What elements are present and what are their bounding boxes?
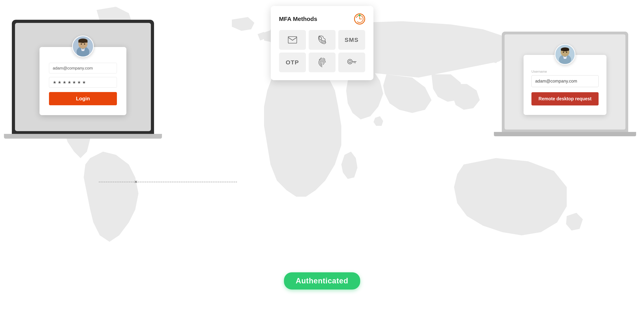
mfa-fingerprint-option[interactable] [309,52,336,72]
user-avatar-left [72,36,94,57]
svg-rect-23 [561,49,569,51]
mfa-otp-option[interactable]: OTP [279,52,306,72]
svg-point-15 [349,60,351,63]
login-card: Login [40,47,126,115]
x-mark-icon: × [134,179,138,185]
password-input[interactable] [49,77,117,88]
remote-desktop-button[interactable]: Remote desktop request [532,92,598,106]
left-laptop-frame: Login [12,20,154,134]
mfa-otp-label: OTP [286,59,299,66]
svg-rect-4 [78,41,88,42]
right-laptop-frame: Username Remote desktop request [502,32,628,132]
email-input[interactable] [49,63,117,74]
mfa-key-option[interactable] [338,52,365,72]
svg-point-14 [348,59,352,64]
dashed-connector-line [99,182,237,182]
mfa-sms-option[interactable]: SMS [338,30,365,50]
svg-point-24 [563,52,564,52]
right-laptop-base [494,132,636,136]
left-laptop-screen: Login [15,23,151,131]
svg-rect-13 [288,36,297,43]
remote-desktop-card: Username Remote desktop request [524,55,606,115]
svg-point-10 [359,14,360,16]
authenticated-badge: Authenticated [284,272,360,290]
mfa-sms-label: SMS [344,36,359,43]
mfa-logo-icon [354,14,365,24]
mfa-title: MFA Methods [279,16,317,22]
username-label: Username [532,70,547,74]
svg-point-25 [566,52,567,52]
right-laptop-screen: Username Remote desktop request [504,34,626,130]
mfa-methods-card: MFA Methods [271,6,374,80]
mfa-card-header: MFA Methods [279,14,365,24]
left-laptop-base [4,134,162,139]
svg-point-5 [81,44,82,45]
user-avatar-right [555,44,576,65]
mfa-email-option[interactable] [279,30,306,50]
mfa-phone-option[interactable] [309,30,336,50]
svg-point-6 [84,44,85,45]
login-button[interactable]: Login [49,92,117,105]
mfa-methods-grid: SMS OTP [279,30,365,72]
username-input[interactable] [532,75,598,87]
